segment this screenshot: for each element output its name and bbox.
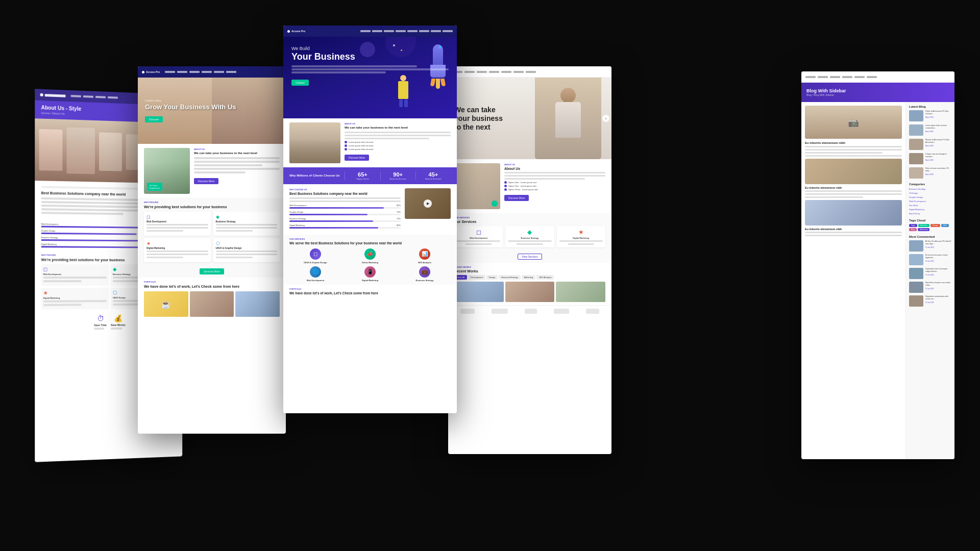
services-title-center: We serve the best Business Solutions for…: [289, 241, 451, 245]
blog-post-item: Critique nam tac thought to Lacusna... M…: [909, 153, 951, 164]
portfolio-cl: PORTFOLIO We have done lot's of work, Le…: [138, 278, 286, 320]
tag-item: Marketing: [918, 228, 929, 231]
scene: About Us - Style Home / About Us Best Bu…: [0, 0, 980, 551]
navbar-cl: Access Pro: [138, 66, 286, 78]
blog-section-title: Eu lobortis elementum nibh: [805, 141, 902, 144]
about-badge-cl: 25 YearsExperience: [147, 183, 162, 191]
recent-works-cr: RECENT WORKS Recent Works Show All Devel…: [448, 263, 611, 305]
provide-cl: WHY PROVIDE We're providing best solutio…: [138, 198, 286, 278]
why-title-center: Best Business Solutions company near the…: [289, 192, 401, 196]
view-services-btn[interactable]: View Services: [518, 254, 542, 260]
woman-hero: We can take your business to the next ‹ …: [448, 78, 611, 159]
about-title-center: We can take your business to the next le…: [345, 126, 451, 130]
hero-subtitle-center: We Build: [291, 46, 449, 51]
arrow-right[interactable]: ›: [602, 115, 609, 122]
filter-biz[interactable]: Business/Strategy: [499, 275, 520, 280]
latest-blog-title: Latest Blog: [909, 105, 951, 108]
provide-title-cl: We're providing best solutions for your …: [144, 205, 280, 209]
about-btn-cl[interactable]: Discover More: [194, 178, 218, 184]
hero-btn-center[interactable]: Getstart: [291, 80, 309, 86]
stat-why: Why Millions of Clients Choose Us: [289, 174, 340, 178]
card-about-right: We can take your business to the next ‹ …: [448, 66, 611, 454]
hero-title-center: Your Business: [291, 52, 449, 62]
services-cr: OUR SERVICES Our Services ◻ Web Developm…: [448, 213, 611, 263]
about-split-cl: 25 YearsExperience ABOUT US We can take …: [138, 144, 286, 198]
blog-header: Blog With Sidebar Blog / Blog With Sideb…: [801, 83, 954, 102]
tag-item: Design: [930, 224, 940, 227]
nav-logo-cl: Access Pro: [146, 70, 160, 73]
blue-hero: We Build Your Business Getstart: [283, 37, 457, 118]
tag-item: Web Dev: [918, 224, 929, 227]
portfolio-center: PORTFOLIO We have done lot's of work, Le…: [283, 285, 457, 300]
services-btn-cl[interactable]: Services More: [200, 268, 224, 274]
tag-item: Blog: [909, 228, 917, 231]
blog-sub: Blog / Blog With Sidebar: [806, 93, 846, 96]
nav-logo-center: Access Pro: [291, 30, 305, 33]
portfolio-title-center: We have done lot's of work, Let's Check …: [289, 291, 451, 295]
commented-item: Negotiation perspiciatis unde omnis iste…: [909, 295, 951, 307]
portfolio-title-cl: We have done lot's of work, Let's Check …: [144, 284, 280, 289]
about-center: ABOUT US We can take your business to th…: [283, 118, 457, 167]
about-img-cl: 25 YearsExperience: [144, 148, 190, 194]
works-title-cr: Recent Works: [454, 269, 605, 273]
hero-title-cr: We can take your business to the next: [454, 106, 505, 131]
about-btn-cr[interactable]: Discover More: [504, 195, 529, 201]
filter-design[interactable]: Design: [486, 275, 498, 280]
our-services-center: OUR SERVICES We serve the best Business …: [283, 235, 457, 284]
stats-bar: Why Millions of Clients Choose Us 65+ Ha…: [283, 167, 457, 184]
tags-title: Tags Cloud: [909, 219, 951, 222]
blog-post-item: Dolor sit amet consectetur Prí lobis... …: [909, 167, 951, 179]
commented-item: Nam libero tempore cum soluta nobis... 1…: [909, 282, 951, 293]
why-video-section: WHY CHOOSE US Best Business Solutions co…: [283, 184, 457, 235]
navbar-right: [801, 71, 954, 83]
hero-cl: Creative Ideas Grow Your Business With U…: [138, 78, 286, 144]
hero-title-cl: Grow Your Business With Us: [145, 103, 236, 111]
commented-title: Most Commented: [909, 235, 951, 238]
about-cr: ABOUT US About Us Option One - Lorem ips…: [448, 159, 611, 213]
navbar-center: Access Pro: [283, 26, 457, 37]
card-center-main: Access Pro We Build Your Business Getsta…: [283, 26, 457, 413]
about-title-cr: About Us: [504, 167, 605, 170]
about-btn-center[interactable]: Discover More: [345, 155, 369, 161]
breadcrumb-sub: Home / About Us: [41, 111, 82, 116]
breadcrumb-title: About Us - Style: [41, 105, 82, 112]
blog-post-item: Phycite du Accumsan Prí lobis Accumsan..…: [909, 139, 951, 150]
about-title-cl: We can take your business to the next le…: [194, 152, 280, 156]
filter-dev[interactable]: Development: [468, 275, 485, 280]
filter-mkt[interactable]: Marketing: [522, 275, 536, 280]
brand-row-cr: [448, 305, 611, 317]
navbar-cr: [448, 66, 611, 78]
save-time-label: Save Time: [94, 323, 107, 327]
blog-title: Blog With Sidebar: [806, 88, 846, 93]
hero-btn-cl[interactable]: Discover: [145, 116, 163, 122]
commented-item: Capacitate amet consequat magni dolores.…: [909, 268, 951, 279]
commented-item: Errorem at accusam et iusto dignissim...…: [909, 254, 951, 265]
blog-layout: 📷 Eu lobortis elementum nibh Eu lobortis…: [801, 102, 954, 459]
tag-item: SEO: [941, 224, 949, 227]
card-blog-sidebar: Blog With Sidebar Blog / Blog With Sideb…: [801, 71, 954, 459]
filter-seo[interactable]: SEO Analysis: [536, 275, 554, 280]
play-button[interactable]: ▶: [424, 199, 432, 208]
blog-main-area: 📷 Eu lobortis elementum nibh Eu lobortis…: [801, 102, 906, 459]
tag-item: Tag1: [909, 224, 917, 227]
card-homepage-light: Access Pro Creative Ideas Grow Your B: [138, 66, 286, 434]
video-thumb: ▶: [405, 188, 451, 219]
blog-sidebar-area: Latest Blog Payito du Accumsan Prí lobis…: [906, 102, 954, 459]
save-money-label: Save Money: [111, 323, 126, 327]
blog-post-item: Lorem ipsum dolor at amet consectetur...…: [909, 124, 951, 136]
blog-post-item: Payito du Accumsan Prí lobis Lacusna... …: [909, 110, 951, 121]
services-title-cr: Our Services: [454, 220, 605, 223]
categories-title: Categories: [909, 183, 951, 186]
commented-item: At Vero Eos Accusan Prí lobis Et iusto d…: [909, 240, 951, 252]
